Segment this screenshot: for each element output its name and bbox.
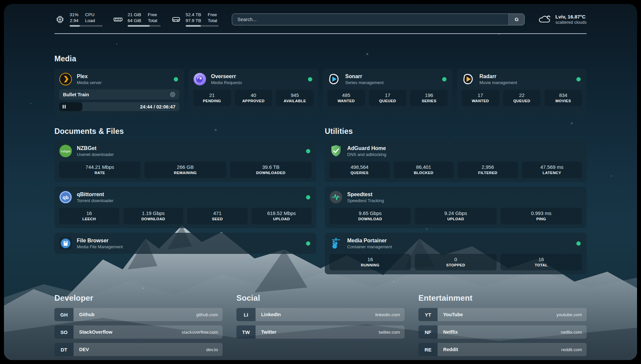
pause-icon[interactable] [63,105,66,108]
service-card-portainer[interactable]: Media Portainer Container management 16 … [325,233,587,274]
section-title-utilities: Utilities [325,127,587,136]
stat-upload: 9.24 Gbps UPLOAD [415,208,496,224]
bookmark-url: youtube.com [557,312,582,317]
stat-queries: 498,564 QUERIES [329,162,390,178]
service-name: AdGuard Home [347,145,386,151]
stat-downloaded: 39.6 TB DOWNLOADED [230,162,312,178]
weather-widget[interactable]: Lviv, 16.87°C scattered clouds [538,13,587,26]
bookmark-group-social: Social LI LinkedIn linkedin.com TW Twitt… [236,293,405,360]
cpu-usage-value: 31% [70,12,78,18]
stat-movies: 834 MOVIES [544,90,582,106]
cpu-usage-bar [70,25,103,27]
bookmark-abbr: NF [418,325,438,339]
bookmark-group-entertainment: Entertainment YT YouTube youtube.com NF … [418,293,587,360]
resource-widgets: 31% 2.94 CPU Load [54,12,219,27]
service-card-speedtest[interactable]: Speedtest Speedtest Tracking 9.65 Gbps D… [325,187,587,228]
snow-specks [4,4,5,5]
adguard-logo-icon [329,144,343,158]
bookmark-name: Netflix [443,329,458,335]
service-card-adguard[interactable]: AdGuard Home DNS and adblocking 498,564 … [325,140,587,182]
bookmark-linkedin[interactable]: LI LinkedIn linkedin.com [236,308,405,321]
bookmark-url: twitter.com [379,330,400,335]
now-playing-title: Bullet Train [63,92,89,97]
now-playing-row: Bullet Train [59,89,179,100]
bookmark-name: DEV [79,347,89,352]
service-name: Overseerr [211,74,242,79]
weather-location-temperature: Lviv, 16.87°C [555,14,587,19]
bookmark-dev[interactable]: DT DEV dev.to [54,343,223,356]
service-description: DNS and adblocking [347,152,386,157]
bookmark-group-title: Developer [54,293,223,303]
bookmark-abbr: LI [236,308,256,321]
service-description: Media server [77,80,102,85]
bookmark-abbr: SO [54,325,74,339]
cpu-load-label: Load [85,18,95,24]
search-input[interactable] [232,14,508,25]
playback-progress-bar[interactable]: 24:44 / 02:06:47 [59,102,179,111]
bookmark-name: YouTube [443,312,463,317]
bookmark-group-developer: Developer GH Github github.com SO StackO… [54,293,223,360]
service-card-filebrowser[interactable]: File Browser Media File Management [54,233,316,254]
bookmark-netflix[interactable]: NF Netflix netflix.com [418,325,587,339]
nzbget-logo-icon: nzbget [59,144,72,158]
bookmark-name: Reddit [443,347,458,352]
stat-seed: 471 SEED [187,208,248,224]
bookmark-group-title: Social [236,293,405,303]
bookmark-abbr: RE [418,343,438,356]
service-description: Container management [347,244,392,249]
stat-approved: 40 APPROVED [235,90,272,106]
qbittorrent-logo-icon: qb [59,191,72,204]
stat-stopped: 0 STOPPED [415,254,496,270]
stat-filtered: 2,956 FILTERED [458,162,518,178]
cpu-usage-label: CPU [85,12,95,18]
service-card-plex[interactable]: Plex Media server Bullet Train [54,69,184,115]
status-online-dot [308,77,312,81]
disk-icon [170,14,182,25]
bookmark-abbr: DT [54,343,74,356]
service-card-nzbget[interactable]: nzbget NZBGet Usenet downloader 744.21 M… [54,140,316,182]
section-documents-files: Documents & Files nzbget NZBGet Usenet d [54,127,316,274]
service-card-radarr[interactable]: Radarr Movie management 17 WANTED 22 QUE… [457,69,587,115]
memory-free-value: 21 GiB [128,12,141,18]
cpu-icon [54,14,66,25]
bookmark-url: linkedin.com [375,312,400,317]
search-provider-button[interactable]: G [508,14,524,25]
service-name: qBittorrent [77,192,113,197]
bookmark-twitter[interactable]: TW Twitter twitter.com [236,325,405,339]
svg-text:qb: qb [63,195,69,200]
bookmark-url: stackoverflow.com [182,330,218,335]
disk-resource-widget: 52.4 TB 97.9 TB Free Total [170,12,219,27]
overseerr-logo-icon [193,73,206,86]
bookmark-url: reddit.com [561,347,582,352]
stat-leech: 16 LEECH [59,208,119,224]
svg-text:nzbget: nzbget [61,149,71,153]
stat-queued: 22 QUEUED [503,90,541,106]
bookmark-youtube[interactable]: YT YouTube youtube.com [418,308,587,321]
section-utilities: Utilities [325,127,587,274]
bookmark-abbr: GH [54,308,74,321]
disk-total-value: 97.9 TB [186,18,201,24]
status-online-dot [442,77,446,81]
stat-download: 9.65 Gbps DOWNLOAD [329,208,411,224]
bookmark-name: StackOverflow [79,329,112,335]
service-name: Speedtest [347,192,384,197]
memory-icon [112,14,124,25]
plex-logo-icon [59,73,72,86]
bookmark-stackoverflow[interactable]: SO StackOverflow stackoverflow.com [54,325,223,339]
bookmark-abbr: YT [418,308,438,321]
service-card-overseerr[interactable]: Overseerr Media Requests 21 PENDING 40 A… [189,69,318,115]
memory-free-label: Free [148,12,157,18]
stop-icon[interactable] [170,92,175,97]
service-description: Movie management [479,80,517,85]
bookmark-name: LinkedIn [261,312,281,317]
service-card-sonarr[interactable]: Sonarr Series management 485 WANTED 17 Q… [323,69,452,115]
stat-ping: 0.993 ms PING [501,208,582,224]
bookmark-abbr: TW [236,325,256,339]
service-card-qbittorrent[interactable]: qb qBittorrent Torrent downloader 16 LEE… [54,187,316,228]
bookmark-github[interactable]: GH Github github.com [54,308,223,321]
section-title-documents-files: Documents & Files [54,127,316,136]
bookmark-name: Github [79,312,95,317]
stat-rate: 744.21 Mbps RATE [59,162,140,178]
bookmark-reddit[interactable]: RE Reddit reddit.com [418,343,587,356]
stat-available: 945 AVAILABLE [276,90,314,106]
